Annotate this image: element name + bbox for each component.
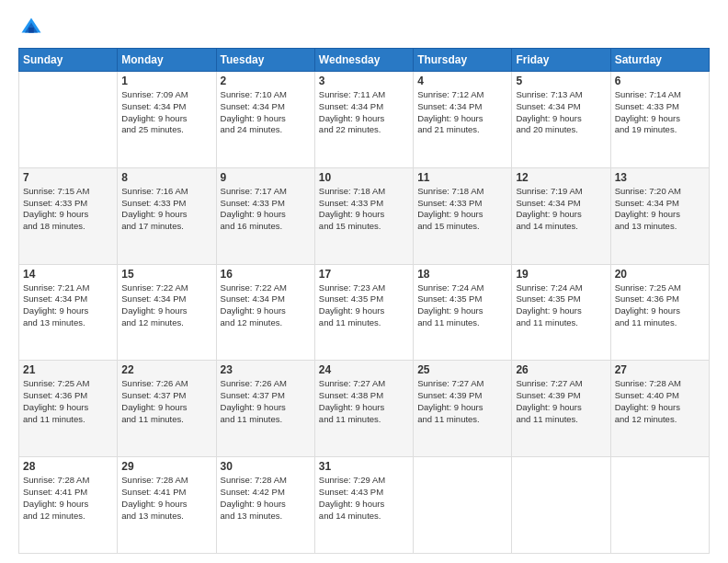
calendar-cell: 26Sunrise: 7:27 AM Sunset: 4:39 PM Dayli… [512,361,610,457]
day-info: Sunrise: 7:15 AM Sunset: 4:33 PM Dayligh… [23,186,113,233]
day-info: Sunrise: 7:09 AM Sunset: 4:34 PM Dayligh… [121,89,211,136]
calendar-cell: 22Sunrise: 7:26 AM Sunset: 4:37 PM Dayli… [118,361,216,457]
day-info: Sunrise: 7:27 AM Sunset: 4:38 PM Dayligh… [319,378,409,425]
day-info: Sunrise: 7:26 AM Sunset: 4:37 PM Dayligh… [221,378,311,425]
calendar-day-header: Friday [512,49,610,72]
day-number: 21 [23,363,113,376]
calendar-cell: 2Sunrise: 7:10 AM Sunset: 4:34 PM Daylig… [216,72,314,168]
day-info: Sunrise: 7:11 AM Sunset: 4:34 PM Dayligh… [319,89,409,136]
day-info: Sunrise: 7:27 AM Sunset: 4:39 PM Dayligh… [516,378,606,425]
calendar-cell: 14Sunrise: 7:21 AM Sunset: 4:34 PM Dayli… [19,264,118,361]
day-number: 10 [319,171,409,184]
calendar-day-header: Sunday [19,49,118,72]
calendar-week-row: 14Sunrise: 7:21 AM Sunset: 4:34 PM Dayli… [19,264,710,361]
day-number: 17 [319,268,409,281]
calendar-cell: 5Sunrise: 7:13 AM Sunset: 4:34 PM Daylig… [512,72,610,168]
calendar-cell: 4Sunrise: 7:12 AM Sunset: 4:34 PM Daylig… [414,72,512,168]
day-number: 12 [516,171,606,184]
day-number: 27 [615,363,705,376]
day-info: Sunrise: 7:23 AM Sunset: 4:35 PM Dayligh… [319,282,409,329]
calendar-cell: 28Sunrise: 7:28 AM Sunset: 4:41 PM Dayli… [19,457,118,554]
calendar-cell: 20Sunrise: 7:25 AM Sunset: 4:36 PM Dayli… [610,264,709,361]
day-info: Sunrise: 7:17 AM Sunset: 4:33 PM Dayligh… [221,186,311,233]
day-number: 8 [121,171,211,184]
calendar-page: SundayMondayTuesdayWednesdayThursdayFrid… [0,0,728,563]
calendar-cell: 1Sunrise: 7:09 AM Sunset: 4:34 PM Daylig… [118,72,216,168]
day-number: 15 [121,268,211,281]
day-info: Sunrise: 7:29 AM Sunset: 4:43 PM Dayligh… [319,475,409,522]
day-number: 14 [23,268,113,281]
day-number: 16 [221,268,311,281]
day-number: 19 [516,268,606,281]
day-number: 25 [417,363,507,376]
calendar-cell: 17Sunrise: 7:23 AM Sunset: 4:35 PM Dayli… [314,264,413,361]
day-number: 5 [516,75,606,87]
day-info: Sunrise: 7:10 AM Sunset: 4:34 PM Dayligh… [221,89,311,136]
day-info: Sunrise: 7:28 AM Sunset: 4:41 PM Dayligh… [23,475,113,522]
day-info: Sunrise: 7:18 AM Sunset: 4:33 PM Dayligh… [319,186,409,233]
calendar-cell: 8Sunrise: 7:16 AM Sunset: 4:33 PM Daylig… [118,167,216,264]
day-number: 7 [23,171,113,184]
day-info: Sunrise: 7:22 AM Sunset: 4:34 PM Dayligh… [221,282,311,329]
calendar-cell [512,457,610,554]
calendar-cell: 12Sunrise: 7:19 AM Sunset: 4:34 PM Dayli… [512,167,610,264]
calendar-cell: 18Sunrise: 7:24 AM Sunset: 4:35 PM Dayli… [414,264,512,361]
day-info: Sunrise: 7:12 AM Sunset: 4:34 PM Dayligh… [417,89,507,136]
calendar-day-header: Saturday [610,49,709,72]
calendar-cell: 30Sunrise: 7:28 AM Sunset: 4:42 PM Dayli… [216,457,314,554]
calendar-cell: 10Sunrise: 7:18 AM Sunset: 4:33 PM Dayli… [314,167,413,264]
svg-rect-2 [28,28,34,33]
day-number: 1 [121,75,211,87]
calendar-cell: 6Sunrise: 7:14 AM Sunset: 4:33 PM Daylig… [610,72,709,168]
calendar-cell: 24Sunrise: 7:27 AM Sunset: 4:38 PM Dayli… [314,361,413,457]
calendar-cell: 15Sunrise: 7:22 AM Sunset: 4:34 PM Dayli… [118,264,216,361]
calendar-cell: 23Sunrise: 7:26 AM Sunset: 4:37 PM Dayli… [216,361,314,457]
day-number: 29 [121,460,211,473]
day-info: Sunrise: 7:24 AM Sunset: 4:35 PM Dayligh… [417,282,507,329]
day-info: Sunrise: 7:26 AM Sunset: 4:37 PM Dayligh… [121,378,211,425]
day-info: Sunrise: 7:25 AM Sunset: 4:36 PM Dayligh… [615,282,705,329]
day-number: 9 [221,171,311,184]
day-number: 30 [221,460,311,473]
day-number: 18 [417,268,507,281]
day-number: 2 [221,75,311,87]
day-info: Sunrise: 7:28 AM Sunset: 4:42 PM Dayligh… [221,475,311,522]
calendar-cell [19,72,118,168]
day-number: 3 [319,75,409,87]
day-info: Sunrise: 7:25 AM Sunset: 4:36 PM Dayligh… [23,378,113,425]
calendar-day-header: Tuesday [216,49,314,72]
day-number: 31 [319,460,409,473]
calendar-cell: 27Sunrise: 7:28 AM Sunset: 4:40 PM Dayli… [610,361,709,457]
calendar-cell: 9Sunrise: 7:17 AM Sunset: 4:33 PM Daylig… [216,167,314,264]
calendar-header-row: SundayMondayTuesdayWednesdayThursdayFrid… [19,49,710,72]
calendar-day-header: Thursday [414,49,512,72]
day-info: Sunrise: 7:16 AM Sunset: 4:33 PM Dayligh… [121,186,211,233]
day-number: 13 [615,171,705,184]
calendar-cell: 7Sunrise: 7:15 AM Sunset: 4:33 PM Daylig… [19,167,118,264]
day-info: Sunrise: 7:27 AM Sunset: 4:39 PM Dayligh… [417,378,507,425]
logo-icon [18,15,44,40]
day-info: Sunrise: 7:28 AM Sunset: 4:41 PM Dayligh… [121,475,211,522]
calendar-cell: 29Sunrise: 7:28 AM Sunset: 4:41 PM Dayli… [118,457,216,554]
day-number: 4 [417,75,507,87]
calendar-cell: 16Sunrise: 7:22 AM Sunset: 4:34 PM Dayli… [216,264,314,361]
day-number: 23 [221,363,311,376]
day-number: 24 [319,363,409,376]
calendar-cell: 11Sunrise: 7:18 AM Sunset: 4:33 PM Dayli… [414,167,512,264]
day-number: 26 [516,363,606,376]
calendar-cell: 19Sunrise: 7:24 AM Sunset: 4:35 PM Dayli… [512,264,610,361]
day-info: Sunrise: 7:19 AM Sunset: 4:34 PM Dayligh… [516,186,606,233]
day-number: 11 [417,171,507,184]
day-info: Sunrise: 7:18 AM Sunset: 4:33 PM Dayligh… [417,186,507,233]
day-info: Sunrise: 7:24 AM Sunset: 4:35 PM Dayligh… [516,282,606,329]
calendar-cell: 3Sunrise: 7:11 AM Sunset: 4:34 PM Daylig… [314,72,413,168]
day-info: Sunrise: 7:22 AM Sunset: 4:34 PM Dayligh… [121,282,211,329]
calendar-week-row: 21Sunrise: 7:25 AM Sunset: 4:36 PM Dayli… [19,361,710,457]
day-info: Sunrise: 7:28 AM Sunset: 4:40 PM Dayligh… [615,378,705,425]
day-number: 28 [23,460,113,473]
calendar-cell [414,457,512,554]
calendar-week-row: 1Sunrise: 7:09 AM Sunset: 4:34 PM Daylig… [19,72,710,168]
logo [18,15,48,40]
day-info: Sunrise: 7:14 AM Sunset: 4:33 PM Dayligh… [615,89,705,136]
calendar-week-row: 28Sunrise: 7:28 AM Sunset: 4:41 PM Dayli… [19,457,710,554]
